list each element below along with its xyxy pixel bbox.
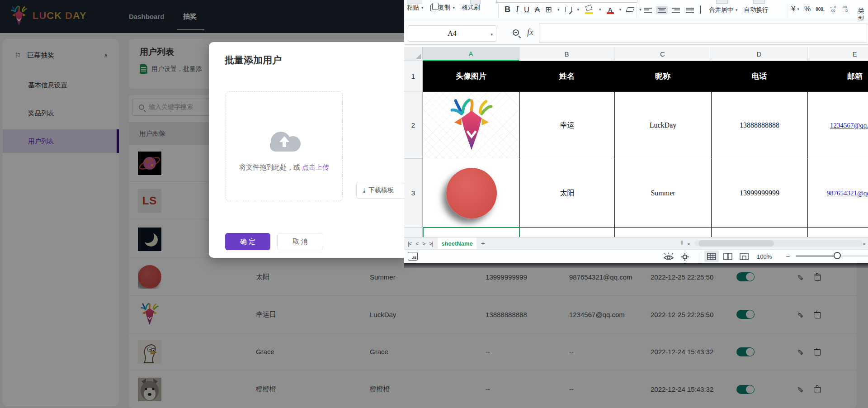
spreadsheet-toolbar: 粘贴 ▾ 复制 ▾ 格式刷 B I U A ⊞▾ ▾ ▾ A▾ ▾ xyxy=(404,0,868,21)
clear-format-button[interactable] xyxy=(626,7,635,12)
cell-a2-deer-image[interactable] xyxy=(423,91,519,159)
cell-c2[interactable]: LuckDay xyxy=(614,91,711,159)
cell-d2[interactable]: 13888888888 xyxy=(711,91,807,159)
active-cell-selection[interactable] xyxy=(423,227,520,237)
sheet-tab-bar: |< < > >| sheetName + ‖ ◂ ▸ xyxy=(404,237,868,249)
underline-button[interactable]: U xyxy=(524,5,529,14)
percent-button[interactable]: % xyxy=(804,5,811,13)
sheet-header-cell[interactable]: 电话 xyxy=(711,61,807,91)
borders-button[interactable]: ⊞ xyxy=(545,5,552,14)
indent-button[interactable] xyxy=(698,5,703,15)
cell-style-button[interactable] xyxy=(565,7,572,12)
row-header-1[interactable]: 1 xyxy=(404,61,423,91)
js-macro-icon[interactable]: JS xyxy=(408,252,418,261)
last-sheet-icon[interactable]: >| xyxy=(429,241,433,247)
drop-hint-text: 将文件拖到此处，或 xyxy=(239,163,300,171)
caret-down-icon[interactable]: ▾ xyxy=(491,32,493,37)
upload-link[interactable]: 点击上传 xyxy=(302,163,329,171)
bold-button[interactable]: B xyxy=(505,5,510,14)
decrease-decimal-button[interactable]: .00→.0 xyxy=(841,5,848,13)
sheet-header-cell[interactable]: 昵称 xyxy=(614,61,711,91)
spreadsheet-window: 粘贴 ▾ 复制 ▾ 格式刷 B I U A ⊞▾ ▾ ▾ A▾ ▾ xyxy=(404,0,868,263)
horizontal-scrollbar-thumb[interactable] xyxy=(698,240,774,247)
thousands-separator-button[interactable]: 000, xyxy=(816,7,824,12)
number-type-button[interactable]: 类型 xyxy=(858,7,868,23)
row-header-3[interactable]: 3 xyxy=(404,159,423,228)
page-break-view-button[interactable] xyxy=(737,251,751,262)
cell-a3-sun-image[interactable] xyxy=(423,159,519,228)
eye-icon[interactable] xyxy=(663,252,675,261)
file-dropzone[interactable]: 将文件拖到此处，或 点击上传 xyxy=(226,91,343,201)
add-sheet-button[interactable]: + xyxy=(481,239,485,247)
zoom-out-icon[interactable] xyxy=(513,29,519,36)
paste-button[interactable]: 粘贴 xyxy=(407,4,419,12)
zoom-level[interactable]: 100% xyxy=(757,253,772,260)
font-combobox-partial xyxy=(496,0,637,3)
first-sheet-icon[interactable]: |< xyxy=(408,241,411,247)
cell-c3[interactable]: Summer xyxy=(614,159,711,228)
cell-d3[interactable]: 13999999999 xyxy=(711,159,807,228)
cell-b3[interactable]: 太阳 xyxy=(519,159,614,228)
zoom-slider-handle[interactable] xyxy=(834,252,841,259)
email-link[interactable]: 987654321@qq.com xyxy=(827,190,868,197)
column-header-a[interactable]: A xyxy=(423,47,519,61)
prev-sheet-icon[interactable]: < xyxy=(415,241,418,247)
sheet-header-cell[interactable]: 头像图片 xyxy=(423,61,519,91)
align-center-button[interactable] xyxy=(656,6,668,14)
formula-bar: A4 ▾ fx xyxy=(404,21,868,45)
fx-icon[interactable]: fx xyxy=(527,27,533,37)
justify-button[interactable] xyxy=(684,6,696,14)
cell-name-box[interactable]: A4 ▾ xyxy=(408,25,496,42)
increase-decimal-button[interactable]: ←.0.00 xyxy=(830,5,836,13)
wrap-text-button[interactable]: 自动换行 xyxy=(744,6,769,14)
select-all-corner[interactable] xyxy=(404,47,423,61)
cell-e2[interactable]: 1234567@qq.com xyxy=(807,91,868,159)
cancel-button[interactable]: 取 消 xyxy=(277,233,323,250)
column-header-c[interactable]: C xyxy=(614,47,711,61)
column-header-b[interactable]: B xyxy=(519,47,614,61)
sheet-header-cell[interactable]: 姓名 xyxy=(519,61,614,91)
formula-input[interactable] xyxy=(539,24,867,43)
zoom-slider-track[interactable] xyxy=(796,256,837,256)
align-right-button[interactable] xyxy=(670,6,682,14)
caret-down-icon[interactable]: ▾ xyxy=(453,5,455,10)
spreadsheet-window-shadow xyxy=(404,263,868,268)
align-left-button[interactable] xyxy=(642,6,654,14)
upload-cloud-icon xyxy=(267,127,302,149)
wrap-icon-partial xyxy=(753,0,765,4)
page-layout-view-button[interactable] xyxy=(721,251,735,262)
copy-button[interactable]: 复制 xyxy=(439,4,451,12)
sheet-header-row: 头像图片 姓名 昵称 电话 邮箱 xyxy=(423,61,868,91)
next-sheet-icon[interactable]: > xyxy=(422,241,425,247)
font-color-button[interactable]: A xyxy=(607,5,614,14)
currency-button[interactable]: ¥ xyxy=(791,5,795,14)
download-template-button[interactable]: ⤓ 下载模板 xyxy=(356,182,410,199)
tab-scroll-divider: ‖ xyxy=(681,240,683,246)
normal-view-button[interactable] xyxy=(704,251,719,262)
caret-down-icon[interactable]: ▾ xyxy=(421,5,424,10)
fill-color-button[interactable] xyxy=(585,5,594,14)
sheet-header-cell[interactable]: 邮箱 xyxy=(807,61,868,91)
batch-add-users-modal: 批量添加用户 将文件拖到此处，或 点击上传 ⤓ 下载模板 确 定 取 消 xyxy=(209,42,408,258)
cell-b2[interactable]: 幸运 xyxy=(519,91,614,159)
scroll-left-icon[interactable]: ◂ xyxy=(687,241,689,246)
sheet-tab[interactable]: sheetName xyxy=(438,237,476,250)
scroll-right-icon[interactable]: ▸ xyxy=(863,241,866,246)
confirm-button[interactable]: 确 定 xyxy=(225,233,270,250)
row-header-2[interactable]: 2 xyxy=(404,91,423,159)
cell-e3[interactable]: 987654321@qq.com xyxy=(807,159,868,228)
row-header-4[interactable] xyxy=(404,228,423,237)
merge-center-button[interactable]: 合并居中 xyxy=(709,6,733,14)
zoom-minus-button[interactable]: − xyxy=(786,252,790,261)
modal-title: 批量添加用户 xyxy=(225,54,282,66)
copy-icon[interactable] xyxy=(430,5,436,11)
pan-crosshair-icon[interactable] xyxy=(680,252,690,261)
format-painter-button[interactable]: 格式刷 xyxy=(462,4,480,12)
column-header-d[interactable]: D xyxy=(711,47,807,61)
zoom-slider-track[interactable] xyxy=(841,256,868,256)
column-header-e[interactable]: E xyxy=(807,47,868,61)
merge-icon-partial xyxy=(716,0,728,4)
email-link[interactable]: 1234567@qq.com xyxy=(830,122,868,129)
italic-button[interactable]: I xyxy=(516,5,519,14)
strikethrough-button[interactable]: A xyxy=(535,5,540,14)
